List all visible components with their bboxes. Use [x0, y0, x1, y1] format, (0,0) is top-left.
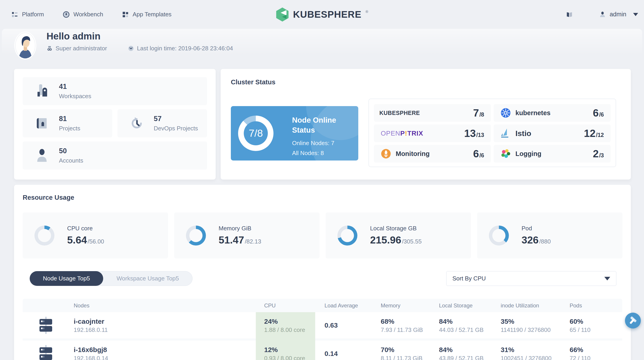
component-count: 13 — [464, 127, 476, 140]
server-icon — [37, 317, 54, 334]
sort-by-dropdown[interactable]: Sort By CPU — [446, 271, 616, 286]
stat-value: 81 — [59, 115, 80, 123]
table-row-node-1[interactable]: i-caojnter 192.168.0.11 24% 1.88 / 8.00 … — [23, 312, 622, 338]
inode-detail: 1002451 / 3276800 — [501, 355, 552, 360]
workspaces-icon — [35, 84, 48, 98]
stat-value: 57 — [154, 115, 198, 123]
column-header-inode-utilization: inode Utilization — [501, 299, 539, 312]
nav-item-workbench[interactable]: Workbench — [62, 11, 103, 18]
meter-value: 215.96 — [370, 234, 401, 246]
toolbox-fab-button[interactable] — [625, 312, 641, 328]
component-name: Logging — [516, 150, 541, 158]
component-openpitrix: OPENP!TRIX 13/13 — [374, 124, 491, 142]
projects-icon — [35, 116, 48, 130]
stat-value: 50 — [59, 147, 83, 155]
nav-item-platform[interactable]: Platform — [11, 11, 44, 18]
user-menu[interactable]: admin — [599, 11, 638, 18]
istio-icon — [500, 128, 511, 138]
kubesphere-logo-icon — [276, 8, 289, 22]
meter-total: /880 — [539, 238, 551, 245]
storage-donut — [338, 226, 357, 246]
component-total: /6 — [479, 152, 484, 159]
component-total: /13 — [476, 132, 484, 138]
top-nav: Platform Workbench App Templates KUBESPH… — [0, 0, 644, 29]
meter-cpu: CPU core 5.64/56.00 — [23, 212, 168, 258]
meter-total: /82.13 — [245, 238, 261, 245]
node-online-title: Node Online Status — [292, 115, 349, 135]
cluster-status-card: Cluster Status 7/8 Node Online Status On… — [221, 69, 631, 180]
meter-label: Pod — [522, 225, 551, 232]
resource-usage-card: Resource Usage CPU core 5.64/56.00 Memor… — [14, 185, 631, 360]
table-row-node-2[interactable]: i-16x6bgj8 192.168.0.14 12% 0.93 / 8.00 … — [23, 340, 622, 360]
app-templates-icon — [122, 11, 129, 18]
openpitrix-logo: OPENP!TRIX — [381, 130, 423, 137]
component-count: 2 — [593, 148, 599, 160]
component-count: 7 — [473, 107, 479, 119]
brand-logo[interactable]: KUBESPHERE ® — [276, 8, 368, 22]
meter-total: /305.55 — [402, 238, 422, 245]
cpu-detail: 0.93 / 8.00 core — [264, 355, 305, 360]
stat-label: Workspaces — [59, 93, 92, 100]
resource-meters: CPU core 5.64/56.00 Memory GiB 51.47/82.… — [23, 212, 622, 258]
stat-tile-projects[interactable]: 81 Projects — [23, 109, 112, 138]
last-login-label: Last login time: 2019-06-28 23:46:04 — [137, 45, 233, 52]
load-average-value: 0.14 — [324, 350, 338, 358]
stat-label: Projects — [59, 125, 80, 132]
page-title: Hello admin — [46, 31, 100, 42]
storage-percent: 84% — [439, 346, 452, 354]
devops-history-icon — [130, 116, 143, 130]
stat-label: Accounts — [59, 157, 83, 164]
meter-label: Local Storage GB — [370, 225, 422, 232]
avatar — [14, 31, 36, 60]
component-logging: Logging 2/3 — [494, 145, 611, 162]
tab-workspace-usage-top5[interactable]: Workspace Usage Top5 — [103, 271, 192, 286]
node-online-status-banner[interactable]: 7/8 Node Online Status Online Nodes: 7 A… — [231, 106, 358, 160]
memory-detail: 7.93 / 11.73 GiB — [381, 326, 423, 334]
nav-item-app-templates[interactable]: App Templates — [122, 11, 172, 18]
overview-card: 41 Workspaces 81 Projects 57 DevOps Proj… — [14, 69, 216, 180]
storage-detail: 43.89 / 52.71 GB — [439, 355, 484, 360]
pod-donut — [489, 226, 509, 246]
pods-detail: 65 / 110 — [570, 326, 590, 334]
component-total: /8 — [479, 111, 484, 118]
meter-memory: Memory GiB 51.47/82.13 — [174, 212, 320, 258]
brand-trademark: ® — [366, 10, 368, 14]
usage-tabs: Node Usage Top5 Workspace Usage Top5 — [30, 271, 192, 286]
pods-percent: 66% — [570, 346, 583, 354]
node-ip: 192.168.0.14 — [74, 355, 108, 360]
role-label: Super administrator — [56, 45, 107, 52]
pods-detail: 72 / 110 — [570, 355, 590, 360]
component-istio: Istio 12/12 — [494, 124, 611, 142]
nav-item-label: Workbench — [74, 11, 103, 18]
components-panel: KUBESPHERE 7/8 kubernetes 6/6 OPENP!TRIX… — [368, 98, 616, 167]
component-monitoring: Monitoring 6/6 — [374, 145, 491, 162]
workbench-icon — [62, 11, 70, 18]
component-kubernetes: kubernetes 6/6 — [494, 104, 611, 122]
component-total: /6 — [599, 111, 604, 118]
clock-check-icon — [128, 45, 134, 52]
meter-local-storage: Local Storage GB 215.96/305.55 — [326, 212, 471, 258]
user-name: admin — [610, 11, 626, 18]
stat-tile-workspaces[interactable]: 41 Workspaces — [23, 77, 207, 105]
chevron-down-icon — [633, 13, 638, 16]
prometheus-icon — [381, 148, 391, 159]
storage-percent: 84% — [439, 318, 452, 325]
table-rows: i-caojnter 192.168.0.11 24% 1.88 / 8.00 … — [23, 312, 622, 360]
stat-tile-devops[interactable]: 57 DevOps Projects — [118, 109, 207, 138]
node-name: i-caojnter — [74, 318, 104, 325]
kubernetes-icon — [500, 108, 511, 118]
memory-detail: 8.11 / 11.73 GiB — [381, 355, 422, 360]
component-name: KUBESPHERE — [379, 110, 420, 116]
stat-tile-accounts[interactable]: 50 Accounts — [23, 142, 207, 170]
node-usage-table: Nodes CPU Load Average Memory Local Stor… — [23, 299, 622, 360]
meter-value: 51.47 — [218, 234, 244, 246]
platform-icon — [11, 11, 18, 18]
tab-node-usage-top5[interactable]: Node Usage Top5 — [30, 271, 103, 286]
component-total: /3 — [599, 152, 604, 159]
node-online-ratio: 7/8 — [238, 116, 274, 151]
docs-button[interactable] — [566, 11, 573, 18]
meter-label: CPU core — [67, 225, 104, 232]
cpu-percent: 24% — [264, 318, 278, 325]
node-online-donut: 7/8 — [238, 116, 274, 151]
kubesphere-dashboard: Platform Workbench App Templates KUBESPH… — [0, 0, 644, 360]
